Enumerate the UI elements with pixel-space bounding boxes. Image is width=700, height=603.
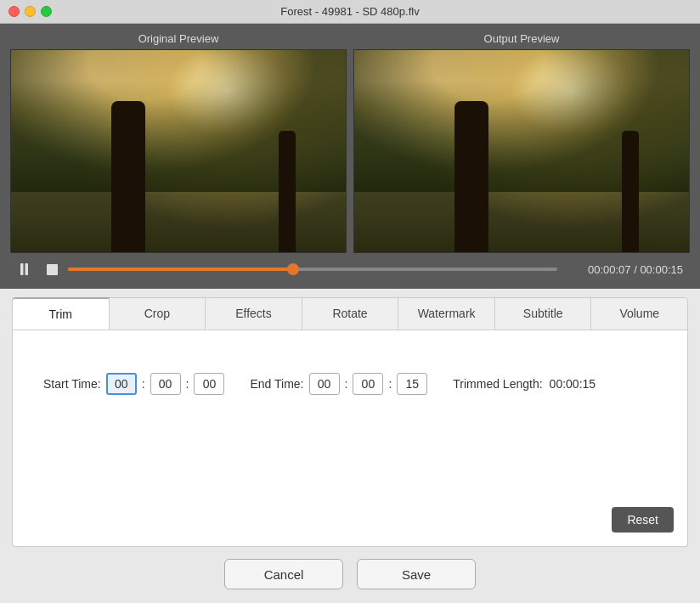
start-sep2: : xyxy=(186,377,189,391)
original-preview-col: Original Preview xyxy=(10,32,347,253)
tab-panel-trim: Start Time: : : End Time: : : xyxy=(12,330,688,547)
maximize-button[interactable] xyxy=(41,6,52,17)
bottom-buttons: Cancel Save xyxy=(0,547,700,603)
save-button[interactable]: Save xyxy=(357,559,476,589)
original-video-frame xyxy=(10,49,347,253)
trimmed-length-value: 00:00:15 xyxy=(550,377,596,391)
main-content: Trim Crop Effects Rotate Watermark Subti… xyxy=(0,289,700,603)
original-preview-label: Original Preview xyxy=(138,32,219,45)
output-preview-col: Output Preview xyxy=(353,32,690,253)
window-title: Forest - 49981 - SD 480p.flv xyxy=(280,5,419,18)
end-sec-field[interactable] xyxy=(397,373,427,395)
seek-track xyxy=(68,268,557,271)
stop-icon xyxy=(47,264,58,275)
start-min-field[interactable] xyxy=(150,373,181,395)
tabs-row: Trim Crop Effects Rotate Watermark Subti… xyxy=(12,297,688,330)
controls-bar: 00:00:07 / 00:00:15 xyxy=(10,253,690,284)
svg-rect-1 xyxy=(25,263,29,275)
reset-button[interactable]: Reset xyxy=(612,507,674,533)
tab-rotate[interactable]: Rotate xyxy=(302,297,399,330)
seek-thumb[interactable] xyxy=(287,263,299,275)
start-hour-field[interactable] xyxy=(106,373,137,395)
end-time-group: End Time: : : xyxy=(250,373,427,395)
start-sec-field[interactable] xyxy=(194,373,224,395)
tab-effects[interactable]: Effects xyxy=(205,297,302,330)
seek-bar[interactable] xyxy=(68,262,557,277)
play-pause-button[interactable] xyxy=(17,260,36,279)
end-time-label: End Time: xyxy=(250,377,303,391)
tab-volume[interactable]: Volume xyxy=(590,297,688,330)
tab-crop[interactable]: Crop xyxy=(109,297,206,330)
end-min-field[interactable] xyxy=(353,373,383,395)
close-button[interactable] xyxy=(8,6,20,17)
cancel-button[interactable]: Cancel xyxy=(224,559,343,589)
output-preview-label: Output Preview xyxy=(484,32,560,45)
start-time-group: Start Time: : : xyxy=(43,373,224,395)
end-sep1: : xyxy=(345,377,348,391)
seek-fill xyxy=(68,268,293,271)
time-display: 00:00:07 / 00:00:15 xyxy=(564,263,683,276)
tabs-container: Trim Crop Effects Rotate Watermark Subti… xyxy=(12,297,688,330)
trim-times: Start Time: : : End Time: : : xyxy=(43,373,674,395)
end-sep2: : xyxy=(388,377,392,391)
tab-subtitle[interactable]: Subtitle xyxy=(494,297,592,330)
minimize-button[interactable] xyxy=(25,6,36,17)
stop-button[interactable] xyxy=(42,260,61,279)
preview-row: Original Preview Output Preview xyxy=(10,32,690,253)
window-controls xyxy=(8,6,52,17)
reset-row: Reset xyxy=(26,507,674,533)
trimmed-length-label: Trimmed Length: xyxy=(453,377,542,391)
tab-trim[interactable]: Trim xyxy=(12,297,110,330)
svg-rect-2 xyxy=(47,264,58,275)
end-hour-field[interactable] xyxy=(309,373,340,395)
tab-watermark[interactable]: Watermark xyxy=(398,297,495,330)
start-sep1: : xyxy=(142,377,145,391)
start-time-label: Start Time: xyxy=(43,377,101,391)
title-bar: Forest - 49981 - SD 480p.flv xyxy=(0,0,700,24)
video-section: Original Preview Output Preview xyxy=(0,24,700,289)
output-video-frame xyxy=(353,49,690,253)
play-icon xyxy=(20,263,32,275)
trim-content: Start Time: : : End Time: : : xyxy=(26,347,674,533)
trimmed-length-group: Trimmed Length: 00:00:15 xyxy=(453,377,596,391)
svg-rect-0 xyxy=(20,263,24,275)
